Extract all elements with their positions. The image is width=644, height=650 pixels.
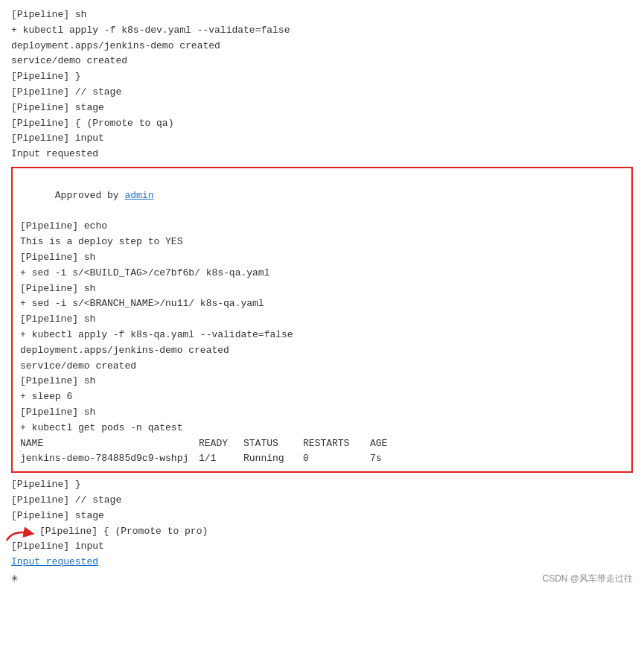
log-line: Input requested <box>11 147 633 162</box>
table-data-row: jenkins-demo-784885d9c9-wshpj 1/1 Runnin… <box>20 451 624 467</box>
table-header-restarts: RESTARTS <box>303 436 370 452</box>
table-cell-ready: 1/1 <box>199 451 243 467</box>
input-requested-link[interactable]: Input requested <box>11 556 98 567</box>
log-line: [Pipeline] sh <box>20 405 624 421</box>
log-line: [Pipeline] // stage <box>11 493 633 509</box>
log-line: + kubectl get pods -n qatest <box>20 421 624 436</box>
post-highlight-lines: [Pipeline] } [Pipeline] // stage [Pipeli… <box>11 477 633 555</box>
table-cell-restarts: 0 <box>303 451 370 467</box>
table-header-name: NAME <box>20 436 199 452</box>
log-line: [Pipeline] echo <box>20 219 624 235</box>
log-line: [Pipeline] { (Promote to qa) <box>11 116 633 132</box>
approved-line: Approved by admin <box>20 173 624 219</box>
log-line: + kubectl apply -f k8s-dev.yaml --valida… <box>11 23 633 39</box>
table-cell-name: jenkins-demo-784885d9c9-wshpj <box>20 451 199 467</box>
log-line: service/demo created <box>20 359 624 375</box>
log-line: deployment.apps/jenkins-demo created <box>20 343 624 359</box>
log-line: + sed -i s/<BRANCH_NAME>/nu11/ k8s-qa.ya… <box>20 296 624 312</box>
loading-spinner: ✳ <box>11 570 633 585</box>
table-header-status: STATUS <box>243 436 303 452</box>
log-line: + sed -i s/<BUILD_TAG>/ce7bf6b/ k8s-qa.y… <box>20 266 624 281</box>
highlight-block: Approved by admin [Pipeline] echo This i… <box>11 167 633 473</box>
input-requested-line: Input requested <box>11 556 633 567</box>
table-header-row: NAME READY STATUS RESTARTS AGE <box>20 436 624 452</box>
log-line-promote-pro: [Pipeline] { (Promote to pro) <box>39 524 208 540</box>
log-line: [Pipeline] stage <box>11 509 633 524</box>
log-line: [Pipeline] sh <box>20 374 624 389</box>
log-line: [Pipeline] } <box>11 69 633 85</box>
log-line: [Pipeline] sh <box>20 281 624 297</box>
arrow-line: [Pipeline] { (Promote to pro) <box>11 524 633 540</box>
log-line: [Pipeline] stage <box>11 101 633 116</box>
pre-highlight-lines: [Pipeline] sh + kubectl apply -f k8s-dev… <box>11 7 633 162</box>
table-cell-status: Running <box>243 451 303 467</box>
log-line: [Pipeline] sh <box>20 250 624 266</box>
approved-text: Approved by <box>55 190 125 201</box>
log-line: [Pipeline] input <box>11 131 633 147</box>
log-line: This is a deploy step to YES <box>20 235 624 250</box>
table-header-age: AGE <box>370 436 400 452</box>
terminal-output: [Pipeline] sh + kubectl apply -f k8s-dev… <box>0 0 644 593</box>
log-line: deployment.apps/jenkins-demo created <box>11 39 633 54</box>
log-line: [Pipeline] sh <box>20 312 624 328</box>
log-line: [Pipeline] input <box>11 539 633 555</box>
admin-link[interactable]: admin <box>124 190 153 201</box>
log-line: + sleep 6 <box>20 389 624 405</box>
log-line: [Pipeline] // stage <box>11 85 633 101</box>
watermark: CSDN @风车带走过往 <box>542 573 633 585</box>
table-cell-age: 7s <box>370 451 400 467</box>
log-line: service/demo created <box>11 54 633 69</box>
red-arrow-icon <box>5 523 35 544</box>
log-line: [Pipeline] } <box>11 477 633 493</box>
log-line: + kubectl apply -f k8s-qa.yaml --validat… <box>20 328 624 343</box>
log-line: [Pipeline] sh <box>11 7 633 23</box>
table-header-ready: READY <box>199 436 243 452</box>
